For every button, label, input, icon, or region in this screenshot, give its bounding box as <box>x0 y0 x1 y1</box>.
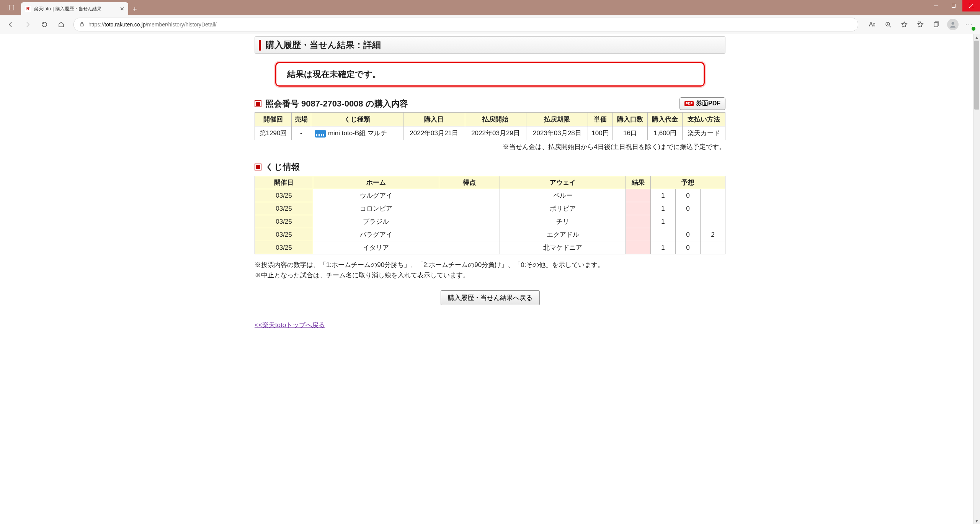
refresh-button[interactable] <box>37 17 52 32</box>
browser-tab[interactable]: R 楽天toto｜購入履歴・当せん結果 ✕ <box>21 2 128 15</box>
back-button[interactable] <box>3 17 18 32</box>
collections-button[interactable] <box>929 17 944 32</box>
table-header: 購入口数 <box>612 113 647 126</box>
tab-title: 楽天toto｜購入履歴・当せん結果 <box>34 6 117 12</box>
table-header: 購入代金 <box>648 113 683 126</box>
table-header: くじ種類 <box>311 113 403 126</box>
favorites-button[interactable] <box>913 17 928 32</box>
page-header: 購入履歴・当せん結果：詳細 <box>255 36 725 54</box>
window-titlebar: R 楽天toto｜購入履歴・当せん結果 ✕ ＋ <box>0 0 980 15</box>
read-aloud-button[interactable]: A)) <box>864 17 880 32</box>
ticket-pdf-button[interactable]: PDF 券面PDF <box>679 97 725 110</box>
svg-rect-13 <box>934 23 938 27</box>
scroll-up-icon[interactable]: ▲ <box>973 34 980 41</box>
table-header: 開催日 <box>255 176 313 189</box>
legend-text: ※投票内容の数字は、「1:ホームチームの90分勝ち」、「2:ホームチームの90分… <box>255 260 725 280</box>
table-header: 払戻開始 <box>465 113 526 126</box>
table-header: 支払い方法 <box>683 113 725 126</box>
vertical-scrollbar[interactable]: ▲ ▼ <box>973 34 980 524</box>
table-header: 払戻期限 <box>526 113 588 126</box>
table-header: 単価 <box>588 113 612 126</box>
pdf-icon: PDF <box>684 101 694 106</box>
table-row: 03/25ブラジルチリ1 <box>255 215 725 228</box>
purchase-info-table: 開催回売場くじ種類購入日払戻開始払戻期限単価購入口数購入代金支払い方法 第129… <box>255 112 725 140</box>
table-header: 予想 <box>651 176 725 189</box>
payout-note: ※当せん金は、払戻開始日から4日後(土日祝日を除く)までに振込予定です。 <box>255 142 725 151</box>
svg-rect-0 <box>8 5 14 10</box>
update-indicator-icon <box>971 26 976 31</box>
result-notice: 結果は現在未確定です。 <box>275 62 705 87</box>
tab-actions-button[interactable] <box>0 0 21 15</box>
favorites-add-button[interactable] <box>897 17 912 32</box>
zoom-button[interactable] <box>880 17 896 32</box>
home-button[interactable] <box>54 17 69 32</box>
table-row: 第1290回 - mini toto-B組 マルチ 2022年03月21日 20… <box>255 126 725 140</box>
forward-button <box>20 17 35 32</box>
header-accent-bar <box>259 40 261 51</box>
page-content: 購入履歴・当せん結果：詳細 結果は現在未確定です。 照会番号 9087-2703… <box>255 34 725 345</box>
svg-line-8 <box>889 26 891 27</box>
lock-icon <box>79 21 85 28</box>
mini-toto-icon <box>315 130 326 138</box>
table-header: ホーム <box>313 176 439 189</box>
table-header: 結果 <box>626 176 651 189</box>
svg-rect-3 <box>952 4 956 8</box>
tab-close-icon[interactable]: ✕ <box>120 6 124 12</box>
table-header: アウェイ <box>500 176 626 189</box>
url-prefix: https:// <box>88 21 105 28</box>
table-header: 開催回 <box>255 113 292 126</box>
back-history-button[interactable]: 購入履歴・当せん結果へ戻る <box>441 290 540 305</box>
browser-toolbar: https://toto.rakuten.co.jp/member/histor… <box>0 15 980 34</box>
square-bullet-icon <box>255 164 261 170</box>
url-path: /member/history/historyDetail/ <box>145 21 216 28</box>
table-row: 03/25ウルグアイペルー10 <box>255 189 725 202</box>
square-bullet-icon <box>255 100 261 107</box>
scrollbar-thumb[interactable] <box>974 41 979 110</box>
top-link[interactable]: <<楽天totoトップへ戻る <box>255 321 325 329</box>
svg-point-14 <box>952 22 954 25</box>
address-bar[interactable]: https://toto.rakuten.co.jp/member/histor… <box>74 18 858 31</box>
table-header: 得点 <box>439 176 500 189</box>
svg-rect-6 <box>80 24 83 26</box>
scroll-down-icon[interactable]: ▼ <box>973 518 980 524</box>
section-kuji-title: くじ情報 <box>255 161 725 173</box>
table-header: 購入日 <box>403 113 465 126</box>
kuji-table: 開催日ホーム得点アウェイ結果予想 03/25ウルグアイペルー1003/25コロン… <box>255 176 725 254</box>
window-maximize-button[interactable] <box>945 0 962 11</box>
table-row: 03/25イタリア北マケドニア10 <box>255 241 725 254</box>
section-purchase-title: 照会番号 9087-2703-0008 の購入内容 <box>255 98 408 110</box>
favicon-icon: R <box>25 6 31 12</box>
new-tab-button[interactable]: ＋ <box>128 2 141 15</box>
table-row: 03/25パラグアイエクアドル02 <box>255 228 725 241</box>
settings-menu-button[interactable]: ··· <box>962 17 977 32</box>
window-minimize-button[interactable] <box>927 0 945 11</box>
window-close-button[interactable] <box>962 0 980 11</box>
page-title: 購入履歴・当せん結果：詳細 <box>266 39 381 51</box>
url-domain: toto.rakuten.co.jp <box>105 21 145 28</box>
profile-button[interactable] <box>947 19 959 30</box>
table-header: 売場 <box>291 113 311 126</box>
table-row: 03/25コロンビアボリビア10 <box>255 202 725 215</box>
